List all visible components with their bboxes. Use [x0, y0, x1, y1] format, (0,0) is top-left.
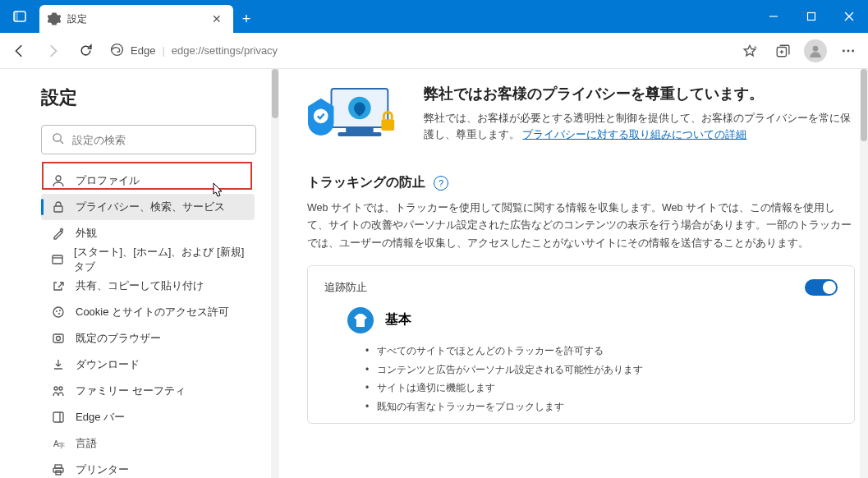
settings-sidebar: 設定 プロファイルプライバシー、検索、サービス外観[スタート]、[ホーム]、およ…	[0, 69, 279, 478]
sidebar-item-label: ダウンロード	[76, 357, 140, 372]
tracking-toggle[interactable]	[805, 279, 838, 296]
svg-point-25	[57, 337, 61, 341]
close-window-button[interactable]	[830, 0, 868, 33]
tab-close-button[interactable]: ✕	[209, 11, 225, 27]
svg-rect-1	[14, 11, 18, 21]
sidebar-item-language[interactable]: A字言語	[41, 430, 255, 457]
refresh-button[interactable]	[71, 36, 100, 66]
collections-button[interactable]	[768, 36, 797, 66]
settings-nav: プロファイルプライバシー、検索、サービス外観[スタート]、[ホーム]、および […	[41, 168, 261, 478]
sidebar-item-profile[interactable]: プロファイル	[41, 168, 255, 194]
settings-main: 弊社ではお客様のプライバシーを尊重しています。 弊社では、お客様が必要とする透明…	[279, 69, 868, 478]
svg-rect-28	[53, 412, 63, 422]
sidebar-scroll-thumb[interactable]	[272, 69, 278, 118]
more-button[interactable]	[834, 36, 863, 66]
sidebar-item-label: Cookie とサイトのアクセス許可	[76, 305, 229, 319]
printer-icon	[51, 463, 66, 476]
sidebar-item-label: 外観	[76, 226, 97, 241]
sidebar-item-label: [スタート]、[ホーム]、および [新規] タブ	[74, 245, 245, 274]
sidebar-item-appearance[interactable]: 外観	[41, 220, 255, 246]
sidebar-item-label: 共有、コピーして貼り付け	[76, 278, 204, 293]
sidebar-item-default-browser[interactable]: 既定のブラウザー	[41, 325, 255, 352]
cookies-icon	[51, 306, 66, 319]
share-icon	[51, 279, 66, 292]
privacy-illustration	[307, 84, 404, 153]
tracking-bullet: コンテンツと広告がパーソナル設定される可能性があります	[365, 361, 838, 379]
hero-body: 弊社では、お客様が必要とする透明性と制御を提供して、お客様のプライバシーを常に保…	[424, 110, 855, 143]
sidebar-item-panel[interactable]: [スタート]、[ホーム]、および [新規] タブ	[41, 246, 255, 273]
tracking-bullets: すべてのサイトでほとんどのトラッカーを許可するコンテンツと広告がパーソナル設定さ…	[365, 342, 838, 416]
sidebar-item-share[interactable]: 共有、コピーして貼り付け	[41, 273, 255, 299]
back-button[interactable]	[5, 36, 34, 66]
language-icon: A字	[51, 437, 66, 450]
minimize-button[interactable]	[755, 0, 792, 33]
tracking-description: Web サイトでは、トラッカーを使用して閲覧に関する情報を収集します。Web サ…	[307, 200, 855, 252]
svg-point-22	[59, 310, 61, 311]
privacy-link[interactable]: プライバシーに対する取り組みについての詳細	[522, 129, 746, 140]
privacy-hero: 弊社ではお客様のプライバシーを尊重しています。 弊社では、お客様が必要とする透明…	[307, 84, 855, 153]
svg-point-10	[843, 49, 845, 52]
sidebar-item-label: プライバシー、検索、サービス	[76, 200, 225, 214]
svg-point-12	[852, 49, 854, 52]
sidebar-item-label: 言語	[76, 436, 97, 451]
titlebar: 設定 ✕ +	[0, 0, 868, 33]
panel-icon	[51, 253, 64, 266]
svg-point-11	[847, 49, 850, 52]
svg-rect-18	[53, 255, 62, 264]
browser-tab[interactable]: 設定 ✕	[39, 5, 233, 33]
sidebar-item-edge-bar[interactable]: Edge バー	[41, 404, 255, 430]
svg-rect-37	[338, 132, 381, 136]
tracking-toggle-label: 追跡防止	[324, 280, 367, 295]
sidebar-item-family[interactable]: ファミリー セーフティ	[41, 378, 255, 404]
sidebar-item-printer[interactable]: プリンター	[41, 457, 255, 478]
new-tab-button[interactable]: +	[233, 5, 259, 33]
sidebar-item-download[interactable]: ダウンロード	[41, 352, 255, 378]
tracking-bullet: すべてのサイトでほとんどのトラッカーを許可する	[365, 342, 838, 361]
family-icon	[51, 384, 66, 398]
svg-point-21	[56, 310, 57, 312]
info-icon[interactable]: ?	[434, 176, 448, 191]
svg-text:字: 字	[58, 442, 65, 449]
forward-button[interactable]	[38, 36, 67, 66]
sidebar-item-lock[interactable]: プライバシー、検索、サービス	[41, 194, 255, 220]
tab-actions-button[interactable]	[0, 0, 39, 33]
content-area: 設定 プロファイルプライバシー、検索、サービス外観[スタート]、[ホーム]、およ…	[0, 69, 868, 478]
sidebar-scrollbar[interactable]	[271, 69, 279, 478]
tracking-card: 追跡防止 基本 すべてのサイトでほとんどのトラッカーを許可するコンテンツと広告が…	[307, 265, 855, 424]
gear-icon	[48, 12, 61, 25]
tab-title: 設定	[67, 12, 87, 26]
svg-point-17	[61, 229, 63, 232]
search-icon	[52, 132, 64, 148]
tracking-level-title: 基本	[385, 311, 411, 329]
lock-icon	[51, 200, 66, 214]
address-url: edge://settings/privacy	[172, 44, 278, 57]
address-bar[interactable]: Edge | edge://settings/privacy	[110, 43, 278, 59]
svg-point-27	[59, 387, 62, 390]
svg-rect-40	[381, 119, 394, 131]
main-scrollbar[interactable]	[860, 69, 868, 478]
svg-point-13	[53, 133, 61, 140]
sidebar-item-label: 既定のブラウザー	[76, 331, 161, 346]
svg-text:+: +	[754, 44, 758, 51]
svg-point-23	[58, 313, 60, 315]
main-scroll-thumb[interactable]	[861, 69, 867, 141]
edge-logo-icon	[110, 43, 124, 59]
sidebar-item-label: ファミリー セーフティ	[76, 384, 186, 398]
tracking-heading: トラッキングの防止	[307, 174, 425, 191]
maximize-button[interactable]	[792, 0, 830, 33]
sidebar-item-label: Edge バー	[76, 410, 125, 425]
toolbar: Edge | edge://settings/privacy +	[0, 33, 868, 69]
sidebar-item-cookies[interactable]: Cookie とサイトのアクセス許可	[41, 299, 255, 325]
svg-rect-36	[346, 127, 373, 132]
sidebar-item-label: プロファイル	[76, 173, 140, 188]
profile-button[interactable]	[801, 36, 830, 66]
svg-point-15	[56, 176, 61, 181]
favorites-button[interactable]: +	[735, 36, 765, 66]
hero-title: 弊社ではお客様のプライバシーを尊重しています。	[424, 84, 855, 103]
tshirt-icon	[347, 307, 374, 333]
svg-point-20	[53, 307, 63, 317]
settings-search[interactable]	[41, 125, 256, 154]
address-brand: Edge	[131, 44, 155, 57]
settings-search-input[interactable]	[72, 134, 246, 146]
default-browser-icon	[51, 332, 66, 345]
